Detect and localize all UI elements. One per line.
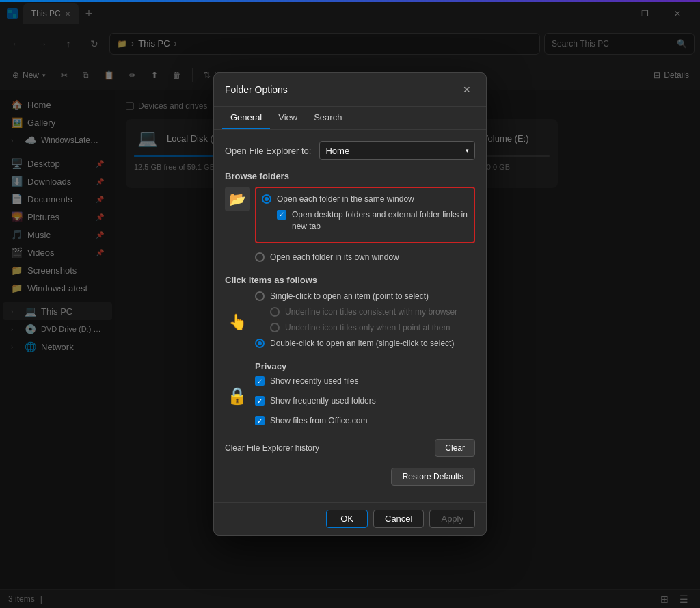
modal-overlay: Folder Options ✕ General View Search Ope… xyxy=(0,0,700,608)
tab-search[interactable]: Search xyxy=(306,107,350,129)
office-files-option: ✓ Show files from Office.com xyxy=(255,415,475,427)
underline-point-radio xyxy=(270,323,280,332)
double-click-option: Double-click to open an item (single-cli… xyxy=(255,338,475,349)
same-window-label: Open each folder in the same window xyxy=(277,194,414,205)
underline-browser-option: Underline icon titles consistent with my… xyxy=(270,306,475,318)
desktop-links-label: Open desktop folders and external folder… xyxy=(292,209,468,233)
frequently-used-label: Show frequently used folders xyxy=(270,395,376,407)
single-click-option: Single-click to open an item (point to s… xyxy=(255,291,475,302)
click-items-icon: 👆 xyxy=(228,313,247,331)
single-click-label: Single-click to open an item (point to s… xyxy=(270,291,429,302)
privacy-heading: Privacy xyxy=(255,361,475,371)
restore-defaults-row: Restore Defaults xyxy=(225,468,475,486)
recently-used-label: Show recently used files xyxy=(270,375,358,387)
privacy-row: 🔒 Privacy ✓ Show recently used files ✓ xyxy=(225,361,475,430)
desktop-links-option: ✓ Open desktop folders and external fold… xyxy=(277,209,468,233)
cancel-button[interactable]: Cancel xyxy=(373,510,424,528)
clear-history-row: Clear File Explorer history Clear xyxy=(225,439,475,457)
tab-view[interactable]: View xyxy=(270,107,306,129)
office-files-label: Show files from Office.com xyxy=(270,415,368,427)
own-window-option: Open each folder in its own window xyxy=(255,252,475,263)
double-click-label: Double-click to open an item (single-cli… xyxy=(270,338,454,349)
underline-browser-label: Underline icon titles consistent with my… xyxy=(285,306,457,318)
open-explorer-label: Open File Explorer to: xyxy=(225,146,311,156)
ok-button[interactable]: OK xyxy=(326,510,368,528)
underline-point-label: Underline icon titles only when I point … xyxy=(285,322,450,334)
click-items-heading: Click items as follows xyxy=(225,275,475,285)
frequently-used-checkbox[interactable]: ✓ xyxy=(255,396,265,406)
browse-folders-heading: Browse folders xyxy=(225,171,475,181)
browse-folders-box: Open each folder in the same window ✓ Op… xyxy=(255,187,475,243)
click-items-row: 👆 Single-click to open an item (point to… xyxy=(225,291,475,353)
open-explorer-select[interactable]: Home ▾ xyxy=(319,141,475,160)
underline-browser-radio xyxy=(270,307,280,317)
click-items-section: Click items as follows 👆 Single-click to… xyxy=(225,275,475,353)
clear-history-label: Clear File Explorer history xyxy=(225,443,319,453)
privacy-checkboxes: ✓ Show recently used files ✓ Show freque… xyxy=(255,375,475,430)
clear-button[interactable]: Clear xyxy=(435,439,475,457)
single-click-radio[interactable] xyxy=(255,291,265,301)
dialog-close-button[interactable]: ✕ xyxy=(459,81,475,98)
dialog-title-bar: Folder Options ✕ xyxy=(214,73,486,107)
dialog-footer: OK Cancel Apply xyxy=(214,502,486,535)
select-chevron-icon: ▾ xyxy=(466,147,469,154)
desktop-links-checkbox[interactable]: ✓ xyxy=(277,210,286,220)
main-window: This PC ✕ + — ❐ ✕ ← → ↑ ↻ 📁 › This PC › … xyxy=(0,0,700,608)
privacy-icon: 🔒 xyxy=(225,378,250,414)
folder-preview-icon: 📂 xyxy=(225,187,250,211)
privacy-section: 🔒 Privacy ✓ Show recently used files ✓ xyxy=(225,361,475,430)
apply-button[interactable]: Apply xyxy=(429,510,475,528)
dialog-body: Open File Explorer to: Home ▾ Browse fol… xyxy=(214,130,486,502)
own-window-label: Open each folder in its own window xyxy=(270,252,399,263)
restore-defaults-button[interactable]: Restore Defaults xyxy=(391,468,475,486)
own-window-radio[interactable] xyxy=(255,252,265,262)
office-files-checkbox[interactable]: ✓ xyxy=(255,416,265,425)
folder-options-dialog: Folder Options ✕ General View Search Ope… xyxy=(213,72,487,536)
open-explorer-row: Open File Explorer to: Home ▾ xyxy=(225,141,475,160)
same-window-radio[interactable] xyxy=(262,194,271,204)
underline-point-option: Underline icon titles only when I point … xyxy=(270,322,475,334)
tab-general[interactable]: General xyxy=(222,107,270,129)
dialog-tabs: General View Search xyxy=(214,107,486,130)
dialog-title: Folder Options xyxy=(225,84,459,95)
frequently-used-option: ✓ Show frequently used folders xyxy=(255,395,475,407)
recently-used-checkbox[interactable]: ✓ xyxy=(255,376,265,386)
recently-used-option: ✓ Show recently used files xyxy=(255,375,475,387)
double-click-radio[interactable] xyxy=(255,339,265,348)
same-window-option: Open each folder in the same window xyxy=(262,194,468,205)
